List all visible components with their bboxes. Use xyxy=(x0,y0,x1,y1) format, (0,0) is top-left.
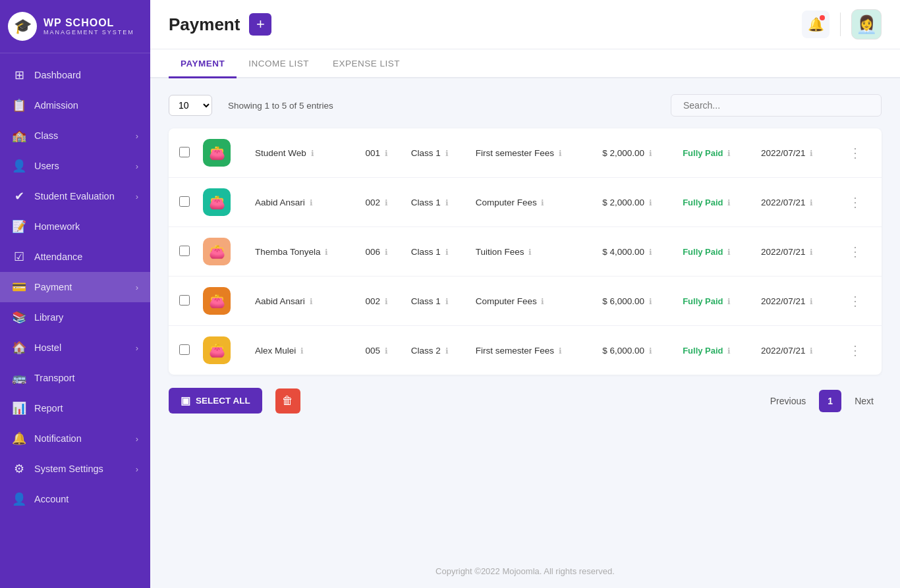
more-actions-cell[interactable]: ⋮ xyxy=(838,277,882,326)
id-info-icon[interactable]: ℹ xyxy=(385,198,388,207)
date-info-icon[interactable]: ℹ xyxy=(810,346,813,356)
date-info-icon[interactable]: ℹ xyxy=(810,198,813,207)
table-row: 👛 Alex Mulei ℹ 005 ℹ Class 2 ℹ First sem… xyxy=(169,326,882,375)
sidebar-item-report[interactable]: 📊 Report xyxy=(0,393,150,423)
search-input[interactable] xyxy=(671,94,882,117)
row-more-button[interactable]: ⋮ xyxy=(845,194,866,210)
fee-info-icon[interactable]: ℹ xyxy=(528,248,532,257)
sidebar-item-transport[interactable]: 🚌 Transport xyxy=(0,363,150,393)
tab-income-list[interactable]: INCOME LIST xyxy=(237,49,321,78)
student-info-icon[interactable]: ℹ xyxy=(300,346,304,356)
delete-selected-button[interactable]: 🗑 xyxy=(275,388,300,414)
notification-button[interactable]: 🔔 xyxy=(802,11,830,38)
student-info-icon[interactable]: ℹ xyxy=(325,248,328,257)
more-actions-cell[interactable]: ⋮ xyxy=(838,227,882,277)
amount-info-icon[interactable]: ℹ xyxy=(649,248,652,257)
date-info-icon[interactable]: ℹ xyxy=(810,297,813,306)
status-info-icon[interactable]: ℹ xyxy=(727,297,731,306)
id-info-icon[interactable]: ℹ xyxy=(385,346,388,356)
tabs-bar: PAYMENTINCOME LISTEXPENSE LIST xyxy=(150,49,900,78)
chevron-right-icon: › xyxy=(136,434,138,444)
users-icon: 👤 xyxy=(12,159,26,173)
class-info-icon[interactable]: ℹ xyxy=(445,248,449,257)
student-info-icon[interactable]: ℹ xyxy=(310,297,313,306)
fee-info-icon[interactable]: ℹ xyxy=(541,198,544,207)
class-info-icon[interactable]: ℹ xyxy=(445,297,449,306)
select-all-button[interactable]: ▣ SELECT ALL xyxy=(169,388,262,414)
sidebar-item-dashboard[interactable]: ⊞ Dashboard xyxy=(0,60,150,90)
sidebar-item-payment[interactable]: 💳 Payment › xyxy=(0,272,150,302)
row-checkbox-cell[interactable] xyxy=(169,227,196,277)
sidebar-item-account[interactable]: 👤 Account xyxy=(0,484,150,514)
sidebar-label-system-settings: System Settings xyxy=(34,464,103,474)
row-checkbox[interactable] xyxy=(179,196,190,207)
id-info-icon[interactable]: ℹ xyxy=(385,297,388,306)
sidebar-item-system-settings[interactable]: ⚙ System Settings › xyxy=(0,454,150,484)
fee-info-icon[interactable]: ℹ xyxy=(541,297,544,306)
class-info-icon[interactable]: ℹ xyxy=(445,346,449,356)
row-checkbox[interactable] xyxy=(179,344,190,355)
row-more-button[interactable]: ⋮ xyxy=(845,244,866,259)
student-name-cell: Themba Tonyela ℹ xyxy=(248,227,358,277)
entries-per-page-select[interactable]: 10 25 50 100 xyxy=(169,95,212,116)
student-info-icon[interactable]: ℹ xyxy=(311,149,314,158)
sidebar-item-attendance[interactable]: ☑ Attendance xyxy=(0,242,150,272)
class-info-icon[interactable]: ℹ xyxy=(445,198,449,207)
more-actions-cell[interactable]: ⋮ xyxy=(838,128,882,178)
sidebar-item-library[interactable]: 📚 Library xyxy=(0,302,150,333)
amount-info-icon[interactable]: ℹ xyxy=(649,149,652,158)
sidebar-item-users[interactable]: 👤 Users › xyxy=(0,151,150,181)
row-checkbox[interactable] xyxy=(179,295,190,306)
sidebar-item-notification[interactable]: 🔔 Notification › xyxy=(0,423,150,454)
student-avatar: 👛 xyxy=(203,139,231,167)
more-actions-cell[interactable]: ⋮ xyxy=(838,326,882,375)
row-checkbox-cell[interactable] xyxy=(169,178,196,227)
row-checkbox-cell[interactable] xyxy=(169,277,196,326)
fee-type-cell: First semester Fees ℹ xyxy=(469,326,596,375)
amount-info-icon[interactable]: ℹ xyxy=(649,297,652,306)
row-checkbox[interactable] xyxy=(179,147,190,157)
status-cell: Fully Paid ℹ xyxy=(676,326,754,375)
fee-info-icon[interactable]: ℹ xyxy=(559,149,562,158)
amount-info-icon[interactable]: ℹ xyxy=(649,346,652,356)
sidebar-item-class[interactable]: 🏫 Class › xyxy=(0,120,150,151)
next-page-button[interactable]: Next xyxy=(847,392,882,410)
more-actions-cell[interactable]: ⋮ xyxy=(838,178,882,227)
sidebar-item-admission[interactable]: 📋 Admission xyxy=(0,90,150,120)
student-info-icon[interactable]: ℹ xyxy=(310,198,313,207)
student-name-cell: Aabid Ansari ℹ xyxy=(248,277,358,326)
prev-page-button[interactable]: Previous xyxy=(762,392,814,410)
tab-expense-list[interactable]: EXPENSE LIST xyxy=(321,49,412,78)
amount-cell: $ 6,000.00 ℹ xyxy=(596,326,676,375)
sidebar-item-student-evaluation[interactable]: ✔ Student Evaluation › xyxy=(0,181,150,211)
fee-type-cell: First semester Fees ℹ xyxy=(469,128,596,178)
tab-payment[interactable]: PAYMENT xyxy=(169,49,237,78)
row-checkbox[interactable] xyxy=(179,246,190,256)
date-info-icon[interactable]: ℹ xyxy=(810,248,813,257)
row-more-button[interactable]: ⋮ xyxy=(845,342,866,358)
row-checkbox-cell[interactable] xyxy=(169,326,196,375)
id-info-icon[interactable]: ℹ xyxy=(385,248,388,257)
sidebar-label-homework: Homework xyxy=(34,221,80,232)
sidebar-item-hostel[interactable]: 🏠 Hostel › xyxy=(0,333,150,363)
date-cell: 2022/07/21 ℹ xyxy=(754,178,838,227)
class-info-icon[interactable]: ℹ xyxy=(445,149,449,158)
status-badge: Fully Paid xyxy=(683,296,723,306)
status-info-icon[interactable]: ℹ xyxy=(727,248,731,257)
page-number-1[interactable]: 1 xyxy=(819,390,841,412)
row-checkbox-cell[interactable] xyxy=(169,128,196,178)
add-payment-button[interactable]: + xyxy=(249,13,271,36)
student-id-cell: 002 ℹ xyxy=(359,277,405,326)
chevron-right-icon: › xyxy=(136,192,138,201)
status-info-icon[interactable]: ℹ xyxy=(727,149,731,158)
status-info-icon[interactable]: ℹ xyxy=(727,198,731,207)
amount-info-icon[interactable]: ℹ xyxy=(649,198,652,207)
row-more-button[interactable]: ⋮ xyxy=(845,145,866,161)
status-info-icon[interactable]: ℹ xyxy=(727,346,731,356)
fee-info-icon[interactable]: ℹ xyxy=(559,346,562,356)
sidebar-item-homework[interactable]: 📝 Homework xyxy=(0,211,150,242)
date-info-icon[interactable]: ℹ xyxy=(810,149,813,158)
date-cell: 2022/07/21 ℹ xyxy=(754,277,838,326)
row-more-button[interactable]: ⋮ xyxy=(845,293,866,309)
id-info-icon[interactable]: ℹ xyxy=(385,149,388,158)
